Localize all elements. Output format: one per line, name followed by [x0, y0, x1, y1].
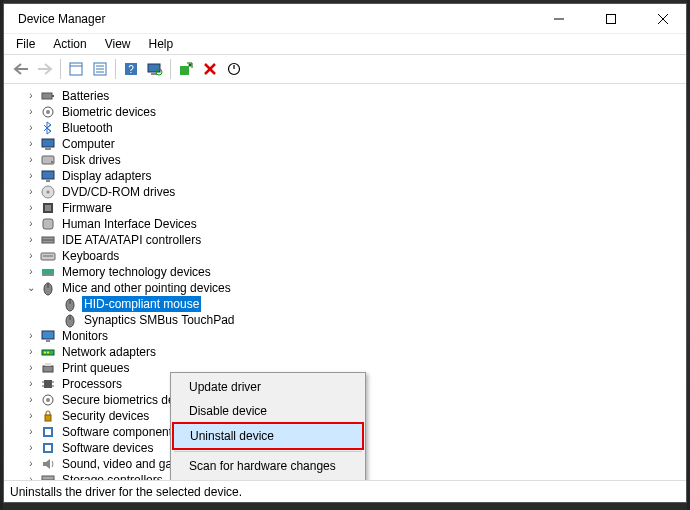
- svg-rect-22: [42, 93, 52, 99]
- maximize-button[interactable]: [588, 4, 634, 34]
- back-button[interactable]: [10, 58, 32, 80]
- scan-hardware-button[interactable]: [144, 58, 166, 80]
- caret-right-icon[interactable]: ›: [26, 376, 36, 392]
- tree-category[interactable]: ›Biometric devices: [12, 104, 686, 120]
- svg-point-29: [51, 161, 53, 163]
- caret-right-icon[interactable]: ›: [26, 200, 36, 216]
- firmware-icon: [40, 200, 56, 216]
- tree-category[interactable]: ›IDE ATA/ATAPI controllers: [12, 232, 686, 248]
- security-icon: [40, 408, 56, 424]
- monitor-icon: [40, 328, 56, 344]
- svg-point-25: [46, 110, 50, 114]
- context-menu-uninstall-device[interactable]: Uninstall device: [174, 424, 362, 448]
- caret-right-icon[interactable]: ›: [26, 136, 36, 152]
- tree-device-label: HID-compliant mouse: [82, 296, 201, 312]
- menu-view[interactable]: View: [97, 36, 139, 52]
- mouse-icon: [62, 312, 78, 328]
- svg-point-18: [189, 64, 192, 67]
- tree-category[interactable]: ›Monitors: [12, 328, 686, 344]
- memory-icon: [40, 264, 56, 280]
- svg-rect-31: [46, 180, 50, 182]
- caret-right-icon[interactable]: ›: [26, 216, 36, 232]
- tree-category[interactable]: ›Batteries: [12, 88, 686, 104]
- caret-right-icon[interactable]: ›: [26, 408, 36, 424]
- caret-right-icon[interactable]: ›: [26, 104, 36, 120]
- caret-right-icon[interactable]: ›: [26, 328, 36, 344]
- tree-category-label: DVD/CD-ROM drives: [60, 184, 177, 200]
- caret-right-icon[interactable]: ›: [26, 472, 36, 480]
- update-driver-button[interactable]: [175, 58, 197, 80]
- computer-icon: [40, 136, 56, 152]
- display-icon: [40, 168, 56, 184]
- tree-category[interactable]: ›Human Interface Devices: [12, 216, 686, 232]
- tree-category[interactable]: ›Network adapters: [12, 344, 686, 360]
- tree-category-label: Biometric devices: [60, 104, 158, 120]
- toolbar-separator: [115, 59, 116, 79]
- context-menu-scan-hardware[interactable]: Scan for hardware changes: [173, 454, 363, 478]
- svg-point-62: [46, 398, 50, 402]
- tree-category[interactable]: ⌄Mice and other pointing devices: [12, 280, 686, 296]
- context-menu-update-driver[interactable]: Update driver: [173, 375, 363, 399]
- keyboard-icon: [40, 248, 56, 264]
- tree-device[interactable]: Synaptics SMBus TouchPad: [12, 312, 686, 328]
- tree-category[interactable]: ›Computer: [12, 136, 686, 152]
- tree-category-label: Processors: [60, 376, 124, 392]
- menu-file[interactable]: File: [8, 36, 43, 52]
- forward-button[interactable]: [34, 58, 56, 80]
- caret-right-icon[interactable]: ›: [26, 152, 36, 168]
- caret-right-icon[interactable]: ›: [26, 184, 36, 200]
- tree-category-label: Mice and other pointing devices: [60, 280, 233, 296]
- context-menu-disable-device[interactable]: Disable device: [173, 399, 363, 423]
- tree-category[interactable]: ›DVD/CD-ROM drives: [12, 184, 686, 200]
- caret-right-icon[interactable]: ›: [26, 264, 36, 280]
- tree-category[interactable]: ›Display adapters: [12, 168, 686, 184]
- caret-right-icon[interactable]: ›: [26, 88, 36, 104]
- minimize-button[interactable]: [536, 4, 582, 34]
- caret-right-icon[interactable]: ›: [26, 424, 36, 440]
- svg-rect-65: [45, 429, 51, 435]
- caret-right-icon[interactable]: ›: [26, 440, 36, 456]
- dvd-icon: [40, 184, 56, 200]
- menu-help[interactable]: Help: [141, 36, 182, 52]
- svg-rect-30: [42, 171, 54, 179]
- svg-rect-49: [42, 331, 54, 339]
- show-hide-tree-button[interactable]: [65, 58, 87, 80]
- tree-category[interactable]: ›Bluetooth: [12, 120, 686, 136]
- svg-rect-67: [45, 445, 51, 451]
- svg-point-53: [47, 352, 49, 354]
- svg-rect-63: [45, 415, 51, 421]
- properties-button[interactable]: [89, 58, 111, 80]
- caret-right-icon[interactable]: ›: [26, 456, 36, 472]
- caret-right-icon[interactable]: ›: [26, 344, 36, 360]
- caret-right-icon[interactable]: ›: [26, 168, 36, 184]
- tree-category[interactable]: ›Disk drives: [12, 152, 686, 168]
- biometric-icon: [40, 104, 56, 120]
- disable-button[interactable]: [223, 58, 245, 80]
- tree-category[interactable]: ›Keyboards: [12, 248, 686, 264]
- tree-category-label: Storage controllers: [60, 472, 165, 480]
- uninstall-button[interactable]: [199, 58, 221, 80]
- window-title: Device Manager: [18, 12, 530, 26]
- caret-right-icon[interactable]: ›: [26, 248, 36, 264]
- tree-category-label: Computer: [60, 136, 117, 152]
- close-button[interactable]: [640, 4, 686, 34]
- help-button[interactable]: ?: [120, 58, 142, 80]
- caret-right-icon[interactable]: ›: [26, 120, 36, 136]
- svg-rect-17: [180, 66, 189, 75]
- titlebar: Device Manager: [4, 4, 686, 34]
- tree-category-label: Batteries: [60, 88, 111, 104]
- tree-category-label: Memory technology devices: [60, 264, 213, 280]
- svg-rect-35: [45, 205, 51, 211]
- svg-rect-41: [42, 269, 54, 274]
- caret-right-icon[interactable]: ›: [26, 360, 36, 376]
- caret-right-icon[interactable]: ›: [26, 232, 36, 248]
- tree-device[interactable]: HID-compliant mouse: [12, 296, 686, 312]
- menu-action[interactable]: Action: [45, 36, 94, 52]
- tree-category-label: Monitors: [60, 328, 110, 344]
- tree-category-label: Keyboards: [60, 248, 121, 264]
- sound-icon: [40, 456, 56, 472]
- tree-category[interactable]: ›Memory technology devices: [12, 264, 686, 280]
- tree-category[interactable]: ›Firmware: [12, 200, 686, 216]
- caret-right-icon[interactable]: ›: [26, 392, 36, 408]
- caret-down-icon[interactable]: ⌄: [26, 280, 36, 296]
